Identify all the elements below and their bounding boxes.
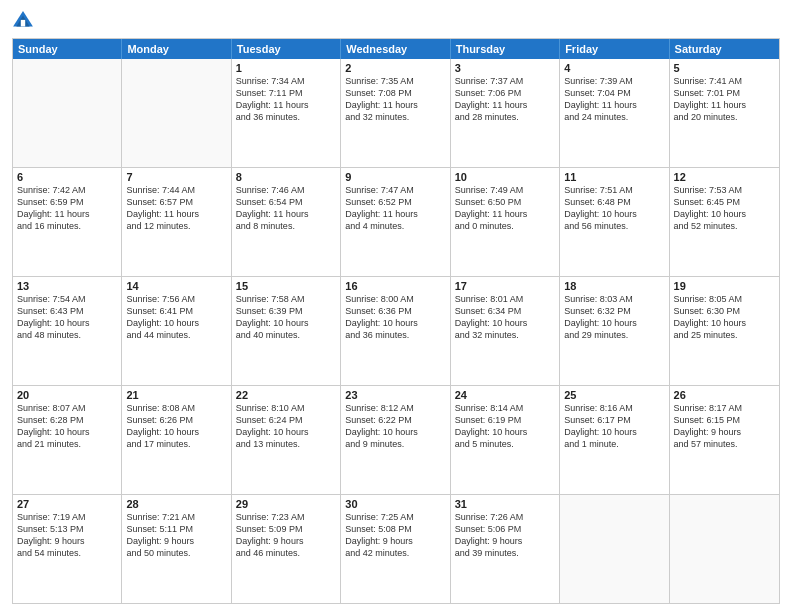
calendar-day-29: 29Sunrise: 7:23 AMSunset: 5:09 PMDayligh… [232,495,341,603]
day-number: 26 [674,389,775,401]
calendar-empty-cell [670,495,779,603]
day-number: 27 [17,498,117,510]
cell-content: Sunrise: 7:56 AMSunset: 6:41 PMDaylight:… [126,293,226,342]
calendar-header-saturday: Saturday [670,39,779,59]
calendar-day-10: 10Sunrise: 7:49 AMSunset: 6:50 PMDayligh… [451,168,560,276]
logo-icon [12,10,34,32]
calendar-empty-cell [560,495,669,603]
day-number: 25 [564,389,664,401]
cell-content: Sunrise: 7:25 AMSunset: 5:08 PMDaylight:… [345,511,445,560]
day-number: 28 [126,498,226,510]
day-number: 20 [17,389,117,401]
day-number: 17 [455,280,555,292]
day-number: 30 [345,498,445,510]
cell-content: Sunrise: 7:49 AMSunset: 6:50 PMDaylight:… [455,184,555,233]
calendar-day-24: 24Sunrise: 8:14 AMSunset: 6:19 PMDayligh… [451,386,560,494]
calendar-day-27: 27Sunrise: 7:19 AMSunset: 5:13 PMDayligh… [13,495,122,603]
cell-content: Sunrise: 8:05 AMSunset: 6:30 PMDaylight:… [674,293,775,342]
day-number: 31 [455,498,555,510]
calendar-day-31: 31Sunrise: 7:26 AMSunset: 5:06 PMDayligh… [451,495,560,603]
calendar-day-30: 30Sunrise: 7:25 AMSunset: 5:08 PMDayligh… [341,495,450,603]
calendar-day-25: 25Sunrise: 8:16 AMSunset: 6:17 PMDayligh… [560,386,669,494]
day-number: 11 [564,171,664,183]
cell-content: Sunrise: 8:08 AMSunset: 6:26 PMDaylight:… [126,402,226,451]
day-number: 14 [126,280,226,292]
calendar-empty-cell [13,59,122,167]
cell-content: Sunrise: 7:34 AMSunset: 7:11 PMDaylight:… [236,75,336,124]
calendar-day-19: 19Sunrise: 8:05 AMSunset: 6:30 PMDayligh… [670,277,779,385]
calendar-week-3: 13Sunrise: 7:54 AMSunset: 6:43 PMDayligh… [13,276,779,385]
calendar-header-sunday: Sunday [13,39,122,59]
calendar-day-13: 13Sunrise: 7:54 AMSunset: 6:43 PMDayligh… [13,277,122,385]
cell-content: Sunrise: 7:58 AMSunset: 6:39 PMDaylight:… [236,293,336,342]
cell-content: Sunrise: 7:35 AMSunset: 7:08 PMDaylight:… [345,75,445,124]
cell-content: Sunrise: 7:46 AMSunset: 6:54 PMDaylight:… [236,184,336,233]
calendar-empty-cell [122,59,231,167]
cell-content: Sunrise: 7:44 AMSunset: 6:57 PMDaylight:… [126,184,226,233]
day-number: 21 [126,389,226,401]
calendar-day-2: 2Sunrise: 7:35 AMSunset: 7:08 PMDaylight… [341,59,450,167]
calendar-day-1: 1Sunrise: 7:34 AMSunset: 7:11 PMDaylight… [232,59,341,167]
svg-rect-2 [21,20,25,27]
cell-content: Sunrise: 7:53 AMSunset: 6:45 PMDaylight:… [674,184,775,233]
calendar-day-3: 3Sunrise: 7:37 AMSunset: 7:06 PMDaylight… [451,59,560,167]
calendar-day-7: 7Sunrise: 7:44 AMSunset: 6:57 PMDaylight… [122,168,231,276]
calendar-header-tuesday: Tuesday [232,39,341,59]
cell-content: Sunrise: 7:19 AMSunset: 5:13 PMDaylight:… [17,511,117,560]
calendar-body: 1Sunrise: 7:34 AMSunset: 7:11 PMDaylight… [13,59,779,603]
day-number: 24 [455,389,555,401]
cell-content: Sunrise: 7:41 AMSunset: 7:01 PMDaylight:… [674,75,775,124]
day-number: 4 [564,62,664,74]
calendar-day-20: 20Sunrise: 8:07 AMSunset: 6:28 PMDayligh… [13,386,122,494]
calendar-header-thursday: Thursday [451,39,560,59]
calendar-day-15: 15Sunrise: 7:58 AMSunset: 6:39 PMDayligh… [232,277,341,385]
cell-content: Sunrise: 8:17 AMSunset: 6:15 PMDaylight:… [674,402,775,451]
calendar-day-22: 22Sunrise: 8:10 AMSunset: 6:24 PMDayligh… [232,386,341,494]
header [12,10,780,32]
page: SundayMondayTuesdayWednesdayThursdayFrid… [0,0,792,612]
day-number: 22 [236,389,336,401]
calendar-day-9: 9Sunrise: 7:47 AMSunset: 6:52 PMDaylight… [341,168,450,276]
day-number: 10 [455,171,555,183]
day-number: 9 [345,171,445,183]
day-number: 3 [455,62,555,74]
logo [12,10,38,32]
day-number: 8 [236,171,336,183]
calendar-day-16: 16Sunrise: 8:00 AMSunset: 6:36 PMDayligh… [341,277,450,385]
calendar-day-5: 5Sunrise: 7:41 AMSunset: 7:01 PMDaylight… [670,59,779,167]
day-number: 13 [17,280,117,292]
calendar-day-14: 14Sunrise: 7:56 AMSunset: 6:41 PMDayligh… [122,277,231,385]
calendar-day-8: 8Sunrise: 7:46 AMSunset: 6:54 PMDaylight… [232,168,341,276]
cell-content: Sunrise: 8:03 AMSunset: 6:32 PMDaylight:… [564,293,664,342]
calendar-week-5: 27Sunrise: 7:19 AMSunset: 5:13 PMDayligh… [13,494,779,603]
cell-content: Sunrise: 7:23 AMSunset: 5:09 PMDaylight:… [236,511,336,560]
cell-content: Sunrise: 7:51 AMSunset: 6:48 PMDaylight:… [564,184,664,233]
calendar-week-1: 1Sunrise: 7:34 AMSunset: 7:11 PMDaylight… [13,59,779,167]
calendar-week-2: 6Sunrise: 7:42 AMSunset: 6:59 PMDaylight… [13,167,779,276]
calendar-day-18: 18Sunrise: 8:03 AMSunset: 6:32 PMDayligh… [560,277,669,385]
day-number: 6 [17,171,117,183]
calendar-day-21: 21Sunrise: 8:08 AMSunset: 6:26 PMDayligh… [122,386,231,494]
calendar-day-12: 12Sunrise: 7:53 AMSunset: 6:45 PMDayligh… [670,168,779,276]
calendar-header-row: SundayMondayTuesdayWednesdayThursdayFrid… [13,39,779,59]
day-number: 16 [345,280,445,292]
cell-content: Sunrise: 8:07 AMSunset: 6:28 PMDaylight:… [17,402,117,451]
cell-content: Sunrise: 8:12 AMSunset: 6:22 PMDaylight:… [345,402,445,451]
day-number: 18 [564,280,664,292]
calendar-day-11: 11Sunrise: 7:51 AMSunset: 6:48 PMDayligh… [560,168,669,276]
cell-content: Sunrise: 8:01 AMSunset: 6:34 PMDaylight:… [455,293,555,342]
cell-content: Sunrise: 7:42 AMSunset: 6:59 PMDaylight:… [17,184,117,233]
calendar-day-26: 26Sunrise: 8:17 AMSunset: 6:15 PMDayligh… [670,386,779,494]
cell-content: Sunrise: 7:21 AMSunset: 5:11 PMDaylight:… [126,511,226,560]
cell-content: Sunrise: 8:16 AMSunset: 6:17 PMDaylight:… [564,402,664,451]
cell-content: Sunrise: 7:39 AMSunset: 7:04 PMDaylight:… [564,75,664,124]
calendar-day-23: 23Sunrise: 8:12 AMSunset: 6:22 PMDayligh… [341,386,450,494]
cell-content: Sunrise: 7:26 AMSunset: 5:06 PMDaylight:… [455,511,555,560]
calendar-day-4: 4Sunrise: 7:39 AMSunset: 7:04 PMDaylight… [560,59,669,167]
cell-content: Sunrise: 7:37 AMSunset: 7:06 PMDaylight:… [455,75,555,124]
day-number: 7 [126,171,226,183]
calendar: SundayMondayTuesdayWednesdayThursdayFrid… [12,38,780,604]
calendar-header-wednesday: Wednesday [341,39,450,59]
calendar-day-6: 6Sunrise: 7:42 AMSunset: 6:59 PMDaylight… [13,168,122,276]
day-number: 2 [345,62,445,74]
